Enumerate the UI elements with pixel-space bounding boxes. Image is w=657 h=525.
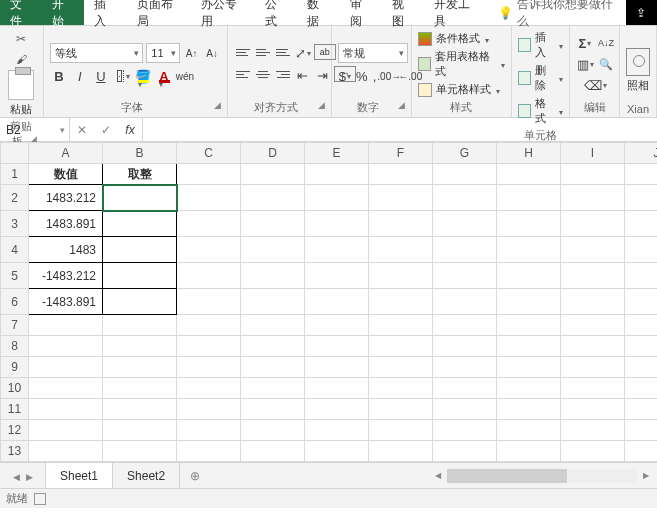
align-left-icon[interactable]	[234, 66, 252, 82]
cell-selected[interactable]	[103, 185, 177, 211]
cell[interactable]	[177, 164, 241, 185]
cell[interactable]	[625, 164, 658, 185]
cell[interactable]	[625, 211, 658, 237]
cell[interactable]	[625, 185, 658, 211]
row-header[interactable]: 12	[1, 420, 29, 441]
align-right-icon[interactable]	[274, 66, 292, 82]
cell[interactable]: 数值	[29, 164, 103, 185]
align-bottom-icon[interactable]	[274, 44, 292, 60]
cell[interactable]	[433, 441, 497, 462]
cell[interactable]	[103, 441, 177, 462]
cell[interactable]	[433, 164, 497, 185]
decrease-indent-icon[interactable]: ⇤	[294, 66, 312, 84]
cell[interactable]	[625, 336, 658, 357]
cell[interactable]	[241, 237, 305, 263]
cell[interactable]	[369, 399, 433, 420]
row-header[interactable]: 7	[1, 315, 29, 336]
cell[interactable]	[29, 441, 103, 462]
cell[interactable]	[497, 237, 561, 263]
formula-enter-icon[interactable]	[94, 118, 118, 141]
cell[interactable]	[305, 462, 369, 463]
cell[interactable]	[369, 462, 433, 463]
find-select-icon[interactable]	[597, 55, 615, 73]
cell[interactable]	[177, 237, 241, 263]
cell[interactable]	[305, 399, 369, 420]
cell[interactable]	[103, 263, 177, 289]
cell[interactable]	[369, 315, 433, 336]
sort-filter-icon[interactable]	[597, 34, 615, 52]
select-all-corner[interactable]	[1, 143, 29, 164]
cell[interactable]	[369, 237, 433, 263]
cell[interactable]	[177, 357, 241, 378]
cell[interactable]	[103, 357, 177, 378]
cell[interactable]	[241, 420, 305, 441]
row-header[interactable]: 5	[1, 263, 29, 289]
cell[interactable]	[29, 399, 103, 420]
cell[interactable]	[369, 420, 433, 441]
tab-formulas[interactable]: 公式	[255, 0, 297, 25]
cell[interactable]	[625, 289, 658, 315]
cell[interactable]: -1483.212	[29, 263, 103, 289]
cell[interactable]	[433, 357, 497, 378]
cell[interactable]	[369, 441, 433, 462]
cell[interactable]	[433, 336, 497, 357]
cell[interactable]	[433, 399, 497, 420]
formula-input[interactable]	[142, 118, 657, 141]
row-header[interactable]: 13	[1, 441, 29, 462]
borders-button[interactable]	[113, 67, 131, 85]
cell[interactable]	[177, 378, 241, 399]
cell[interactable]	[433, 211, 497, 237]
cell[interactable]	[497, 441, 561, 462]
col-header[interactable]: J	[625, 143, 658, 164]
cell[interactable]	[29, 462, 103, 463]
cell[interactable]	[305, 185, 369, 211]
cell[interactable]	[241, 441, 305, 462]
cell[interactable]	[305, 289, 369, 315]
align-center-icon[interactable]	[254, 66, 272, 82]
row-header[interactable]: 10	[1, 378, 29, 399]
fill-color-button[interactable]: 🪣	[134, 67, 152, 85]
cell[interactable]	[241, 185, 305, 211]
name-box[interactable]: B2	[0, 118, 70, 141]
sheet-nav-right-icon[interactable]	[26, 469, 33, 483]
cell[interactable]	[433, 378, 497, 399]
cell[interactable]	[497, 164, 561, 185]
tab-office[interactable]: 办公专用	[191, 0, 255, 25]
cell[interactable]	[369, 336, 433, 357]
cell[interactable]	[625, 378, 658, 399]
col-header[interactable]: G	[433, 143, 497, 164]
align-top-icon[interactable]	[234, 44, 252, 60]
cell[interactable]	[103, 336, 177, 357]
cell[interactable]	[305, 357, 369, 378]
cell[interactable]	[369, 378, 433, 399]
cell[interactable]	[561, 289, 625, 315]
cell[interactable]	[561, 185, 625, 211]
cell[interactable]	[561, 378, 625, 399]
cell[interactable]	[561, 315, 625, 336]
cell[interactable]	[29, 357, 103, 378]
cell[interactable]	[241, 263, 305, 289]
format-as-table-button[interactable]: 套用表格格式	[418, 49, 505, 79]
cell[interactable]	[177, 399, 241, 420]
fill-icon[interactable]: ▥	[576, 55, 594, 73]
cell[interactable]	[561, 357, 625, 378]
font-color-button[interactable]: A	[155, 67, 173, 85]
cell[interactable]	[103, 315, 177, 336]
autosum-icon[interactable]	[576, 34, 594, 52]
underline-icon[interactable]: U	[92, 67, 110, 85]
tell-me[interactable]: 💡 告诉我你想要做什么	[488, 0, 625, 25]
cell[interactable]	[497, 378, 561, 399]
cell-styles-button[interactable]: 单元格样式	[418, 82, 505, 97]
cell[interactable]	[497, 462, 561, 463]
cell[interactable]: 1483	[29, 237, 103, 263]
cell[interactable]	[625, 357, 658, 378]
clear-icon[interactable]: ⌫	[587, 76, 605, 94]
cell[interactable]	[561, 211, 625, 237]
cell[interactable]	[369, 289, 433, 315]
cell[interactable]	[625, 462, 658, 463]
cell[interactable]	[177, 336, 241, 357]
col-header[interactable]: D	[241, 143, 305, 164]
cell[interactable]	[177, 315, 241, 336]
tab-home[interactable]: 开始	[42, 0, 84, 25]
row-header[interactable]: 14	[1, 462, 29, 463]
